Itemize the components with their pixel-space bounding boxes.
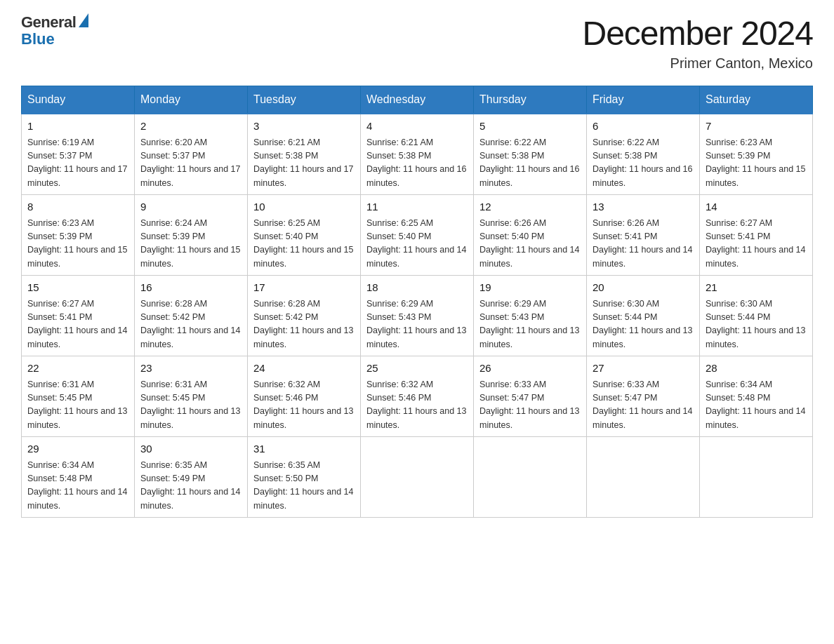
calendar-cell: 26Sunrise: 6:33 AMSunset: 5:47 PMDayligh…: [474, 356, 587, 437]
calendar-cell: 28Sunrise: 6:34 AMSunset: 5:48 PMDayligh…: [700, 356, 813, 437]
calendar-cell: 17Sunrise: 6:28 AMSunset: 5:42 PMDayligh…: [248, 276, 361, 356]
week-row-1: 1Sunrise: 6:19 AMSunset: 5:37 PMDaylight…: [22, 114, 813, 195]
calendar-cell: [361, 437, 474, 518]
week-row-2: 8Sunrise: 6:23 AMSunset: 5:39 PMDaylight…: [22, 195, 813, 276]
column-header-friday: Friday: [587, 86, 700, 114]
calendar-cell: 11Sunrise: 6:25 AMSunset: 5:40 PMDayligh…: [361, 195, 474, 276]
day-number: 15: [27, 280, 128, 296]
day-number: 20: [593, 280, 694, 296]
calendar-cell: 8Sunrise: 6:23 AMSunset: 5:39 PMDaylight…: [22, 195, 135, 276]
day-info: Sunrise: 6:32 AMSunset: 5:46 PMDaylight:…: [366, 378, 468, 433]
calendar-cell: 22Sunrise: 6:31 AMSunset: 5:45 PMDayligh…: [22, 356, 135, 437]
logo-blue-text: Blue: [21, 31, 88, 48]
title-block: December 2024 Primer Canton, Mexico: [582, 14, 813, 72]
day-info: Sunrise: 6:22 AMSunset: 5:38 PMDaylight:…: [479, 136, 581, 191]
column-header-saturday: Saturday: [700, 86, 813, 114]
location-subtitle: Primer Canton, Mexico: [582, 55, 813, 72]
day-info: Sunrise: 6:26 AMSunset: 5:40 PMDaylight:…: [479, 217, 581, 271]
calendar-header-row: SundayMondayTuesdayWednesdayThursdayFrid…: [22, 86, 813, 114]
day-info: Sunrise: 6:25 AMSunset: 5:40 PMDaylight:…: [366, 217, 468, 271]
day-info: Sunrise: 6:32 AMSunset: 5:46 PMDaylight:…: [253, 378, 355, 433]
calendar-cell: 5Sunrise: 6:22 AMSunset: 5:38 PMDaylight…: [474, 114, 587, 195]
calendar-cell: 3Sunrise: 6:21 AMSunset: 5:38 PMDaylight…: [248, 114, 361, 195]
day-number: 6: [593, 119, 694, 135]
calendar-cell: 2Sunrise: 6:20 AMSunset: 5:37 PMDaylight…: [135, 114, 248, 195]
calendar-cell: 18Sunrise: 6:29 AMSunset: 5:43 PMDayligh…: [361, 276, 474, 356]
calendar-cell: 23Sunrise: 6:31 AMSunset: 5:45 PMDayligh…: [135, 356, 248, 437]
day-number: 8: [27, 199, 128, 215]
column-header-thursday: Thursday: [474, 86, 587, 114]
calendar-cell: 1Sunrise: 6:19 AMSunset: 5:37 PMDaylight…: [22, 114, 135, 195]
day-info: Sunrise: 6:28 AMSunset: 5:42 PMDaylight:…: [253, 297, 355, 352]
week-row-4: 22Sunrise: 6:31 AMSunset: 5:45 PMDayligh…: [22, 356, 813, 437]
day-info: Sunrise: 6:25 AMSunset: 5:40 PMDaylight:…: [253, 217, 355, 271]
day-info: Sunrise: 6:29 AMSunset: 5:43 PMDaylight:…: [479, 297, 581, 352]
day-number: 22: [27, 361, 128, 377]
day-info: Sunrise: 6:33 AMSunset: 5:47 PMDaylight:…: [593, 378, 694, 433]
week-row-5: 29Sunrise: 6:34 AMSunset: 5:48 PMDayligh…: [22, 437, 813, 518]
day-number: 26: [479, 361, 581, 377]
calendar-cell: [587, 437, 700, 518]
calendar-cell: 4Sunrise: 6:21 AMSunset: 5:38 PMDaylight…: [361, 114, 474, 195]
day-info: Sunrise: 6:29 AMSunset: 5:43 PMDaylight:…: [366, 297, 468, 352]
calendar-cell: 24Sunrise: 6:32 AMSunset: 5:46 PMDayligh…: [248, 356, 361, 437]
day-number: 9: [140, 199, 241, 215]
day-number: 24: [253, 361, 355, 377]
week-row-3: 15Sunrise: 6:27 AMSunset: 5:41 PMDayligh…: [22, 276, 813, 356]
calendar-cell: [700, 437, 813, 518]
calendar-cell: 6Sunrise: 6:22 AMSunset: 5:38 PMDaylight…: [587, 114, 700, 195]
day-number: 19: [479, 280, 581, 296]
day-number: 21: [706, 280, 807, 296]
day-info: Sunrise: 6:26 AMSunset: 5:41 PMDaylight:…: [593, 217, 694, 271]
day-info: Sunrise: 6:23 AMSunset: 5:39 PMDaylight:…: [706, 136, 807, 191]
calendar-cell: 31Sunrise: 6:35 AMSunset: 5:50 PMDayligh…: [248, 437, 361, 518]
day-info: Sunrise: 6:28 AMSunset: 5:42 PMDaylight:…: [140, 297, 241, 352]
day-info: Sunrise: 6:30 AMSunset: 5:44 PMDaylight:…: [593, 297, 694, 352]
day-number: 23: [140, 361, 241, 377]
day-info: Sunrise: 6:30 AMSunset: 5:44 PMDaylight:…: [706, 297, 807, 352]
day-number: 17: [253, 280, 355, 296]
day-info: Sunrise: 6:21 AMSunset: 5:38 PMDaylight:…: [253, 136, 355, 191]
day-number: 12: [479, 199, 581, 215]
calendar-cell: [474, 437, 587, 518]
day-info: Sunrise: 6:27 AMSunset: 5:41 PMDaylight:…: [27, 297, 128, 352]
day-number: 1: [27, 119, 128, 135]
day-info: Sunrise: 6:24 AMSunset: 5:39 PMDaylight:…: [140, 217, 241, 271]
day-info: Sunrise: 6:34 AMSunset: 5:48 PMDaylight:…: [706, 378, 807, 433]
day-number: 5: [479, 119, 581, 135]
day-number: 16: [140, 280, 241, 296]
day-info: Sunrise: 6:19 AMSunset: 5:37 PMDaylight:…: [27, 136, 128, 191]
day-number: 10: [253, 199, 355, 215]
month-title: December 2024: [582, 14, 813, 53]
calendar-cell: 29Sunrise: 6:34 AMSunset: 5:48 PMDayligh…: [22, 437, 135, 518]
calendar-cell: 27Sunrise: 6:33 AMSunset: 5:47 PMDayligh…: [587, 356, 700, 437]
calendar-cell: 14Sunrise: 6:27 AMSunset: 5:41 PMDayligh…: [700, 195, 813, 276]
day-number: 29: [27, 441, 128, 457]
day-info: Sunrise: 6:23 AMSunset: 5:39 PMDaylight:…: [27, 217, 128, 271]
day-number: 14: [706, 199, 807, 215]
day-number: 11: [366, 199, 468, 215]
page-header: General Blue December 2024 Primer Canton…: [21, 14, 813, 72]
day-info: Sunrise: 6:20 AMSunset: 5:37 PMDaylight:…: [140, 136, 241, 191]
day-number: 2: [140, 119, 241, 135]
column-header-sunday: Sunday: [22, 86, 135, 114]
day-number: 27: [593, 361, 694, 377]
calendar-cell: 30Sunrise: 6:35 AMSunset: 5:49 PMDayligh…: [135, 437, 248, 518]
calendar-cell: 12Sunrise: 6:26 AMSunset: 5:40 PMDayligh…: [474, 195, 587, 276]
day-info: Sunrise: 6:33 AMSunset: 5:47 PMDaylight:…: [479, 378, 581, 433]
logo-triangle-icon: [79, 13, 88, 27]
day-number: 25: [366, 361, 468, 377]
day-info: Sunrise: 6:35 AMSunset: 5:49 PMDaylight:…: [140, 459, 241, 514]
day-number: 31: [253, 441, 355, 457]
column-header-monday: Monday: [135, 86, 248, 114]
day-info: Sunrise: 6:31 AMSunset: 5:45 PMDaylight:…: [27, 378, 128, 433]
calendar-cell: 7Sunrise: 6:23 AMSunset: 5:39 PMDaylight…: [700, 114, 813, 195]
day-info: Sunrise: 6:27 AMSunset: 5:41 PMDaylight:…: [706, 217, 807, 271]
calendar-cell: 21Sunrise: 6:30 AMSunset: 5:44 PMDayligh…: [700, 276, 813, 356]
day-number: 3: [253, 119, 355, 135]
day-number: 4: [366, 119, 468, 135]
calendar-table: SundayMondayTuesdayWednesdayThursdayFrid…: [21, 86, 813, 518]
column-header-wednesday: Wednesday: [361, 86, 474, 114]
calendar-cell: 25Sunrise: 6:32 AMSunset: 5:46 PMDayligh…: [361, 356, 474, 437]
day-number: 28: [706, 361, 807, 377]
